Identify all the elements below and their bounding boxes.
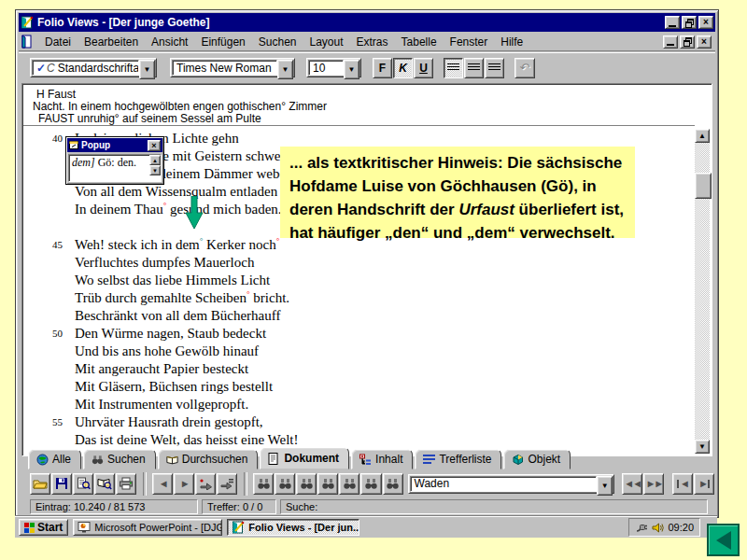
underline-button[interactable]: U bbox=[414, 58, 433, 78]
menu-item-hilfe[interactable]: Hilfe bbox=[494, 34, 529, 50]
poem-text: Uhrväter Hausrath drein gestopft, bbox=[75, 413, 263, 431]
poem-text: Wo selbst das liebe Himmels Licht bbox=[75, 272, 270, 289]
clear-query-button[interactable] bbox=[383, 473, 403, 495]
popup-body: dem] Gö: den. ▲ ▼ bbox=[68, 154, 162, 182]
verse-text: bricht. bbox=[250, 290, 290, 305]
poem-text: In deinem Thau° gesund mich baden. bbox=[75, 201, 282, 218]
tab-objekt[interactable]: Objekt bbox=[503, 449, 571, 469]
minimize-icon bbox=[667, 44, 674, 46]
status-bar: Eintrag: 10.240 / 81 573 Treffer: 0 / 0 … bbox=[19, 498, 715, 515]
first-page-button[interactable]: ◄ bbox=[672, 473, 693, 495]
tab-inhalt[interactable]: Inhalt bbox=[351, 449, 413, 469]
status-entry: Eintrag: 10.240 / 81 573 bbox=[30, 499, 198, 514]
popup-close-button[interactable]: × bbox=[148, 140, 161, 151]
menu-items: DateiBearbeitenAnsichtEinfügenSuchenLayo… bbox=[38, 34, 529, 50]
menu-item-datei[interactable]: Datei bbox=[38, 34, 78, 50]
save-button[interactable] bbox=[51, 473, 72, 495]
verse-text: Und bis ans hohe Gewölb hinauf bbox=[75, 343, 259, 358]
next-hit-button[interactable] bbox=[339, 473, 359, 495]
child-minimize-button[interactable] bbox=[663, 35, 678, 49]
menu-item-bearbeiten[interactable]: Bearbeiten bbox=[78, 34, 145, 50]
print-button[interactable] bbox=[116, 473, 136, 495]
style-dropdown-button[interactable]: ▼ bbox=[139, 60, 155, 79]
task-button-powerpoint[interactable]: Microsoft PowerPoint - [DJG1 bbox=[73, 519, 222, 536]
restore-icon bbox=[685, 19, 694, 27]
query-button[interactable] bbox=[253, 473, 274, 495]
undo-button[interactable]: ↶ bbox=[514, 58, 535, 78]
task-button-folio-views[interactable]: Folio Views - [Der jun... bbox=[227, 519, 359, 536]
tab-alle[interactable]: Alle bbox=[28, 449, 81, 469]
prev-hit-button[interactable] bbox=[296, 473, 317, 495]
menu-item-layout[interactable]: Layout bbox=[303, 34, 350, 50]
first-hit-button[interactable] bbox=[275, 473, 295, 495]
prev-partition-button[interactable]: ◄◄ bbox=[622, 473, 642, 495]
scroll-up-button[interactable]: ▲ bbox=[695, 129, 710, 143]
slide-back-button[interactable] bbox=[707, 524, 740, 556]
popup-scroll-up-button[interactable]: ▲ bbox=[149, 155, 161, 165]
goto-query-button[interactable] bbox=[195, 473, 216, 495]
tab-suchen[interactable]: Suchen bbox=[83, 449, 156, 469]
poem-line: 55Uhrväter Hausrath drein gestopft, bbox=[23, 413, 695, 431]
bold-button[interactable]: F bbox=[373, 58, 392, 78]
poem-text: Beschränkt von all dem Bücherhauff bbox=[75, 307, 281, 325]
binoculars-icon bbox=[343, 478, 357, 490]
verse-text: Mit Gläsern, Büchsen rings bestellt bbox=[75, 379, 273, 394]
menu-item-suchen[interactable]: Suchen bbox=[252, 34, 303, 50]
font-combobox-value: Times New Roman bbox=[176, 62, 272, 75]
tab-trefferliste[interactable]: Trefferliste bbox=[415, 449, 501, 469]
menu-item-einfügen[interactable]: Einfügen bbox=[194, 34, 251, 50]
task-label: Folio Views - [Der jun... bbox=[248, 522, 359, 533]
tab-dokument[interactable]: Dokument bbox=[260, 447, 349, 469]
document-area: H Faust Nacht. In einem hochgewölbten en… bbox=[21, 83, 712, 456]
start-button[interactable]: Start bbox=[19, 519, 68, 536]
menu-item-fenster[interactable]: Fenster bbox=[444, 34, 495, 50]
child-close-button[interactable]: × bbox=[697, 35, 712, 49]
poem-line: Trüb durch gemahlte Scheiben° bricht. bbox=[23, 289, 695, 307]
menu-item-extras[interactable]: Extras bbox=[350, 34, 395, 50]
status-hits: Treffer: 0 / 0 bbox=[202, 499, 276, 514]
line-number bbox=[52, 218, 75, 236]
next-partition-button[interactable]: ►► bbox=[643, 473, 664, 495]
goto-record-button[interactable] bbox=[217, 473, 237, 495]
minimize-button[interactable] bbox=[665, 16, 680, 29]
size-dropdown-button[interactable]: ▼ bbox=[344, 60, 359, 79]
go-back-button[interactable]: ◄ bbox=[152, 473, 173, 495]
search-document-button[interactable] bbox=[73, 473, 93, 495]
document-control-icon[interactable] bbox=[21, 35, 35, 49]
go-forward-button[interactable]: ► bbox=[174, 473, 194, 495]
restore-button[interactable] bbox=[682, 16, 697, 29]
popup-lemma: dem] bbox=[72, 156, 95, 169]
last-hit-button[interactable] bbox=[360, 473, 381, 495]
powerpoint-icon bbox=[78, 522, 91, 533]
search-dropdown-button[interactable]: ▼ bbox=[597, 476, 613, 496]
browse-search-button[interactable] bbox=[94, 473, 115, 495]
poem-line: Verfluchtes dumpfes Mauerloch bbox=[23, 254, 695, 272]
size-combobox[interactable]: 10 ▼ bbox=[306, 58, 361, 77]
menu-item-tabelle[interactable]: Tabelle bbox=[395, 34, 444, 50]
popup-scroll-down-button[interactable]: ▼ bbox=[149, 165, 161, 175]
align-center-button[interactable] bbox=[464, 58, 484, 78]
tab-durchsuchen[interactable]: Durchsuchen bbox=[158, 449, 259, 469]
search-combobox[interactable]: Waden ▼ bbox=[408, 474, 615, 494]
footnote-marker[interactable]: ° bbox=[276, 236, 280, 245]
binoculars-icon bbox=[364, 478, 378, 490]
child-restore-button[interactable] bbox=[680, 35, 695, 49]
close-button[interactable]: × bbox=[698, 16, 713, 29]
last-page-button[interactable]: ► bbox=[694, 473, 714, 495]
italic-button[interactable]: K bbox=[393, 58, 413, 78]
query-jump-icon bbox=[199, 478, 213, 490]
scrollbar-thumb[interactable] bbox=[695, 173, 712, 199]
align-left-button[interactable] bbox=[444, 58, 463, 78]
poem-text: Mit Gläsern, Büchsen rings bestellt bbox=[75, 378, 273, 396]
font-dropdown-button[interactable]: ▼ bbox=[277, 60, 293, 79]
speaker-icon[interactable] bbox=[652, 523, 664, 533]
align-right-button[interactable] bbox=[485, 58, 504, 78]
current-hit-button[interactable] bbox=[317, 473, 338, 495]
menu-item-ansicht[interactable]: Ansicht bbox=[145, 34, 194, 50]
binoculars-icon bbox=[257, 478, 271, 490]
popup-scrollbar: ▲ ▼ bbox=[149, 155, 161, 181]
style-combobox[interactable]: ✓ C Standardschriftart ▼ bbox=[30, 58, 157, 77]
font-combobox[interactable]: Times New Roman ▼ bbox=[170, 58, 295, 77]
open-button[interactable] bbox=[30, 473, 50, 495]
align-right-icon bbox=[488, 63, 500, 72]
